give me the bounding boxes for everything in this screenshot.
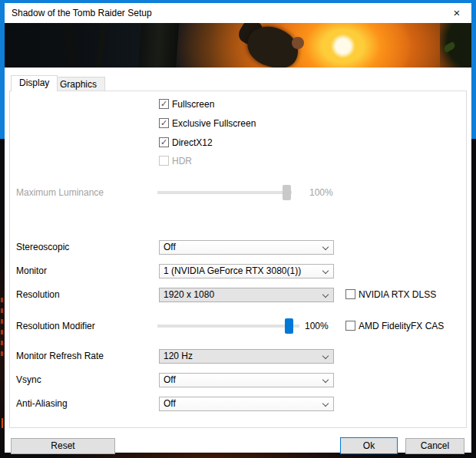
stereoscopic-value: Off — [164, 242, 176, 252]
banner-tree-trunk — [138, 23, 179, 68]
chevron-down-icon — [322, 244, 329, 250]
monitor-refresh-rate-value: 120 Hz — [164, 351, 193, 361]
reset-button[interactable]: Reset — [11, 438, 115, 454]
hdr-label: HDR — [172, 156, 192, 166]
fullscreen-checkbox[interactable]: ✓ — [159, 99, 169, 109]
resolution-modifier-label: Resolution Modifier — [16, 321, 95, 331]
monitor-dropdown[interactable]: 1 (NVIDIA GeForce RTX 3080(1)) — [159, 264, 334, 278]
vsync-value: Off — [164, 374, 176, 385]
monitor-refresh-rate-label: Monitor Refresh Rate — [16, 351, 104, 361]
hdr-checkbox — [159, 156, 169, 166]
stereoscopic-label: Stereoscopic — [16, 242, 69, 252]
background-artifact — [1, 298, 3, 362]
desktop-background: Shadow of the Tomb Raider Setup × Displa… — [0, 0, 476, 458]
resolution-value: 1920 x 1080 — [164, 289, 214, 300]
chevron-down-icon — [322, 292, 329, 298]
fullscreen-label: Fullscreen — [172, 99, 214, 110]
maximum-luminance-slider-thumb — [283, 185, 291, 200]
resolution-label: Resolution — [16, 289, 60, 300]
window-title: Shadow of the Tomb Raider Setup — [12, 3, 152, 23]
directx12-label: DirectX12 — [172, 137, 213, 148]
close-icon[interactable]: × — [442, 3, 471, 23]
nvidia-rtx-dlss-checkbox[interactable] — [345, 289, 355, 299]
ok-button[interactable]: Ok — [340, 437, 398, 454]
tab-graphics[interactable]: Graphics — [51, 77, 105, 91]
anti-aliasing-dropdown[interactable]: Off — [159, 397, 334, 411]
anti-aliasing-label: Anti-Aliasing — [16, 398, 68, 409]
tab-display[interactable]: Display — [11, 75, 58, 91]
vsync-label: Vsync — [16, 374, 41, 385]
cancel-button[interactable]: Cancel — [405, 438, 464, 454]
exclusive-fullscreen-label: Exclusive Fullscreen — [172, 118, 256, 129]
anti-aliasing-value: Off — [164, 398, 176, 409]
monitor-value: 1 (NVIDIA GeForce RTX 3080(1)) — [164, 265, 301, 276]
monitor-label: Monitor — [16, 265, 47, 276]
stereoscopic-dropdown[interactable]: Off — [159, 240, 334, 255]
resolution-modifier-slider-track[interactable] — [157, 325, 299, 328]
chevron-down-icon — [322, 353, 329, 359]
banner-vine — [94, 23, 107, 68]
chevron-down-icon — [322, 268, 329, 274]
setup-dialog: Shadow of the Tomb Raider Setup × Displa… — [5, 3, 471, 453]
amd-fidelityfx-cas-checkbox[interactable] — [345, 321, 355, 331]
maximum-luminance-value: 100% — [309, 187, 333, 198]
title-bar: Shadow of the Tomb Raider Setup × — [5, 3, 471, 23]
chevron-down-icon — [322, 377, 329, 383]
nvidia-rtx-dlss-label: NVIDIA RTX DLSS — [359, 289, 436, 300]
resolution-dropdown[interactable]: 1920 x 1080 — [159, 288, 334, 302]
background-artifact — [2, 418, 3, 428]
maximum-luminance-label: Maximum Luminance — [16, 187, 104, 198]
amd-fidelityfx-cas-label: AMD FidelityFX CAS — [359, 321, 444, 331]
directx12-checkbox[interactable]: ✓ — [159, 137, 169, 147]
maximum-luminance-slider-track — [157, 191, 292, 194]
banner-vine — [62, 23, 77, 68]
resolution-modifier-slider-thumb[interactable] — [285, 318, 293, 334]
resolution-modifier-value: 100% — [305, 321, 329, 331]
game-banner-image — [5, 23, 471, 68]
vsync-dropdown[interactable]: Off — [159, 373, 334, 387]
chevron-down-icon — [322, 400, 329, 407]
exclusive-fullscreen-checkbox[interactable]: ✓ — [159, 118, 169, 128]
monitor-refresh-rate-dropdown[interactable]: 120 Hz — [159, 349, 334, 364]
banner-figure-head — [292, 37, 304, 49]
